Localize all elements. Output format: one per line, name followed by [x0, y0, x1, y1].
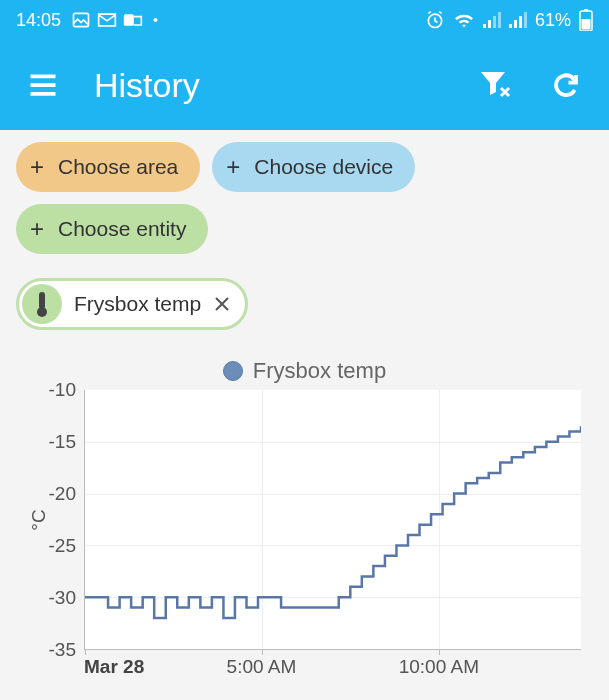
choose-area-chip[interactable]: + Choose area [16, 142, 200, 192]
x-axis: Mar 28 5:00 AM 10:00 AM [84, 656, 581, 686]
svg-rect-7 [509, 24, 512, 28]
filter-chips-row2: + Choose entity [16, 204, 593, 254]
outlook-icon [123, 11, 143, 29]
remove-entity-button[interactable] [213, 295, 231, 313]
plus-icon: + [226, 153, 240, 181]
svg-rect-3 [483, 24, 486, 28]
app-bar: History [0, 40, 609, 130]
svg-rect-6 [498, 12, 501, 28]
y-tick: -10 [49, 379, 76, 401]
y-tick: -30 [49, 587, 76, 609]
status-notification-icons [71, 10, 143, 30]
svg-rect-10 [524, 12, 527, 28]
close-icon [213, 295, 231, 313]
chip-label: Choose area [58, 155, 178, 179]
svg-rect-5 [493, 16, 496, 28]
plot-area[interactable] [84, 390, 581, 650]
clock: 14:05 [16, 10, 61, 31]
plus-icon: + [30, 153, 44, 181]
menu-button[interactable] [24, 69, 62, 101]
legend-label: Frysbox temp [253, 358, 386, 384]
legend-marker-icon [223, 361, 243, 381]
y-tick: -35 [49, 639, 76, 661]
signal-icon [483, 12, 501, 28]
x-tick: Mar 28 [84, 656, 144, 678]
series-line [85, 390, 581, 649]
battery-percent: 61% [535, 10, 571, 31]
svg-rect-1 [124, 14, 134, 26]
chip-label: Choose entity [58, 217, 186, 241]
svg-rect-8 [514, 20, 517, 28]
x-tick: 5:00 AM [227, 656, 297, 678]
signal-icon-2 [509, 12, 527, 28]
app-bar-actions [475, 66, 585, 104]
y-tick: -20 [49, 483, 76, 505]
wifi-icon [453, 11, 475, 29]
image-icon [71, 10, 91, 30]
chart-legend[interactable]: Frysbox temp [16, 358, 593, 384]
entity-name: Frysbox temp [62, 292, 213, 316]
status-bar: 14:05 • 61% [0, 0, 609, 40]
x-tick: 10:00 AM [399, 656, 479, 678]
battery-icon [579, 9, 593, 31]
chart: °C -10 -15 -20 -25 -30 -35 Mar 28 5:00 A… [24, 390, 585, 690]
svg-rect-12 [582, 19, 591, 30]
status-right: 61% [425, 9, 593, 31]
content: + Choose area + Choose device + Choose e… [0, 130, 609, 700]
plus-icon: + [30, 215, 44, 243]
alarm-icon [425, 10, 445, 30]
filter-x-icon [479, 70, 511, 100]
refresh-button[interactable] [547, 66, 585, 104]
more-icon: • [153, 12, 158, 28]
gmail-icon [97, 12, 117, 28]
y-tick: -15 [49, 431, 76, 453]
page-title: History [94, 66, 443, 105]
hamburger-icon [28, 73, 58, 97]
svg-rect-4 [488, 20, 491, 28]
refresh-icon [551, 70, 581, 100]
thermometer-icon [22, 284, 62, 324]
choose-device-chip[interactable]: + Choose device [212, 142, 415, 192]
svg-rect-9 [519, 16, 522, 28]
selected-entity-chip[interactable]: Frysbox temp [16, 278, 248, 330]
y-axis: -10 -15 -20 -25 -30 -35 [24, 390, 84, 650]
svg-rect-13 [584, 9, 588, 11]
filter-chips: + Choose area + Choose device [16, 142, 593, 192]
chip-label: Choose device [254, 155, 393, 179]
svg-point-15 [37, 307, 47, 317]
status-left: 14:05 • [16, 10, 158, 31]
choose-entity-chip[interactable]: + Choose entity [16, 204, 208, 254]
filter-clear-button[interactable] [475, 66, 515, 104]
svg-rect-14 [39, 292, 45, 309]
y-tick: -25 [49, 535, 76, 557]
